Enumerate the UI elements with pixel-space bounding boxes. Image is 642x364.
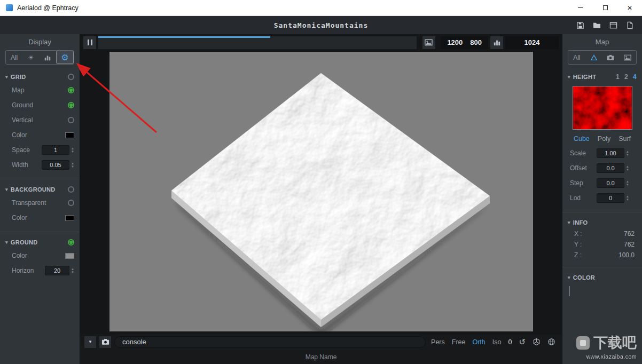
screenshot-button[interactable]	[99, 336, 111, 348]
grid-vertical-label: Vertical	[12, 116, 68, 124]
projection-orth[interactable]: Orth	[472, 338, 485, 346]
step-down-icon: ▼	[71, 165, 74, 168]
display-all-button[interactable]: All	[6, 51, 22, 64]
gear-icon: ⚙	[61, 52, 68, 62]
render-image-button[interactable]	[422, 36, 435, 49]
grid-space-stepper[interactable]: ▲ ▼	[71, 147, 74, 153]
info-section: ▾ INFO X : 762 Y : 762 Z : 100.0	[562, 212, 642, 265]
render-progress-fill	[98, 36, 270, 38]
color-section: ▾ COLOR	[562, 267, 642, 300]
window-layout-button[interactable]	[609, 21, 618, 30]
display-histogram-button[interactable]	[40, 51, 56, 64]
ground-color-label: Color	[12, 252, 65, 259]
image-icon	[425, 38, 433, 46]
map-color-swatch[interactable]	[569, 286, 570, 296]
minimize-button[interactable]	[568, 0, 593, 15]
viewport[interactable]	[80, 51, 562, 334]
step-stepper[interactable]: ▲ ▼	[626, 180, 629, 186]
grid-map-radio[interactable]	[68, 87, 74, 93]
document-title: SantaMonicaMountains	[0, 21, 642, 29]
projection-free[interactable]: Free	[452, 338, 466, 346]
height-level-selector: 1 2 4	[616, 73, 637, 81]
render-progress-bar[interactable]	[98, 36, 417, 49]
viewport-toolbar: 1200 800 1024	[80, 34, 562, 51]
step-input[interactable]	[597, 178, 624, 188]
display-filter-toolbar: All ☀ ⚙	[5, 50, 74, 65]
background-color-swatch[interactable]	[65, 215, 74, 221]
background-color-label: Color	[12, 214, 65, 221]
tab-surf[interactable]: Surf	[618, 135, 631, 143]
map-camera-button[interactable]	[602, 51, 620, 64]
ground-section-title: GROUND	[11, 239, 38, 246]
console-dropdown-button[interactable]: ▼	[84, 336, 96, 348]
background-transparent-row: Transparent	[0, 195, 80, 210]
background-section: ▾ BACKGROUND Transparent Color	[0, 179, 80, 230]
save-button[interactable]	[576, 21, 585, 30]
height-level-2[interactable]: 2	[624, 73, 628, 81]
close-button[interactable]: ✕	[617, 0, 642, 15]
lod-input[interactable]	[597, 193, 624, 203]
height-section-header: ▾ HEIGHT 1 2 4	[562, 71, 642, 83]
dropdown-icon: ▼	[88, 339, 92, 344]
display-light-button[interactable]: ☀	[22, 51, 39, 64]
new-file-button[interactable]	[625, 21, 635, 30]
offset-stepper[interactable]: ▲ ▼	[626, 165, 629, 171]
grid-vertical-radio[interactable]	[68, 117, 74, 123]
scale-stepper[interactable]: ▲ ▼	[626, 150, 629, 156]
map-image-button[interactable]	[619, 51, 636, 64]
grid-enable-radio[interactable]	[68, 74, 74, 80]
grid-ground-radio[interactable]	[68, 102, 74, 108]
open-button[interactable]	[592, 21, 601, 30]
map-mesh-button[interactable]	[585, 51, 602, 64]
grid-space-input[interactable]	[42, 145, 69, 155]
display-settings-button[interactable]: ⚙	[56, 51, 74, 64]
ground-horizon-stepper[interactable]: ▲ ▼	[71, 267, 74, 274]
grid-space-row: Space ▲ ▼	[0, 143, 80, 157]
lod-label: Lod	[570, 194, 597, 202]
tab-poly[interactable]: Poly	[598, 135, 610, 143]
heightmap-thumbnail[interactable]	[562, 86, 642, 130]
height-level-4[interactable]: 4	[633, 73, 637, 81]
maximize-button[interactable]	[593, 0, 617, 15]
ground-color-swatch[interactable]	[65, 253, 74, 259]
console-input[interactable]	[114, 336, 426, 348]
projection-iso[interactable]: Iso	[492, 338, 502, 346]
new-file-icon	[626, 21, 634, 29]
texture-size-field[interactable]: 1024	[505, 36, 559, 49]
projection-pers[interactable]: Pers	[431, 338, 445, 346]
display-panel: Display All ☀ ⚙ ▾ GRID Map	[0, 34, 80, 364]
background-transparent-radio[interactable]	[68, 200, 74, 206]
step-row: Step ▲ ▼	[562, 176, 642, 191]
grid-color-swatch[interactable]	[65, 132, 74, 138]
caret-down-icon: ▾	[568, 74, 570, 80]
offset-label: Offset	[570, 164, 597, 172]
height-level-1[interactable]: 1	[616, 73, 620, 81]
ground-section: ▾ GROUND Color Horizon ▲ ▼	[0, 232, 80, 282]
ground-horizon-input[interactable]	[45, 266, 69, 275]
texture-histogram-button[interactable]	[490, 36, 503, 49]
reset-view-button[interactable]: ↺	[519, 338, 526, 346]
grid-width-input[interactable]	[42, 160, 69, 170]
background-enable-radio[interactable]	[68, 186, 74, 193]
camera-icon	[101, 338, 109, 346]
axis-view-button[interactable]	[533, 338, 541, 346]
grid-width-label: Width	[12, 161, 42, 169]
grid-section: ▾ GRID Map Ground Vertical	[0, 69, 80, 177]
map-all-button[interactable]: All	[568, 51, 585, 64]
offset-input[interactable]	[597, 163, 624, 173]
window-title: Aerialod @ Ephtracy	[17, 4, 79, 12]
render-resolution-field[interactable]: 1200 800	[441, 36, 488, 49]
render-area[interactable]	[109, 52, 533, 331]
tab-cube[interactable]: Cube	[574, 135, 590, 143]
geometry-mode-tabs: Cube Poly Surf	[562, 132, 642, 146]
lod-stepper[interactable]: ▲ ▼	[626, 195, 629, 201]
grid-width-stepper[interactable]: ▲ ▼	[71, 162, 74, 168]
camera-icon	[607, 54, 614, 61]
ground-enable-radio[interactable]	[68, 239, 74, 246]
pause-button[interactable]	[83, 36, 96, 49]
info-section-header: ▾ INFO	[562, 217, 642, 228]
step-label: Step	[570, 179, 597, 187]
scale-input[interactable]	[597, 148, 624, 158]
environment-button[interactable]	[547, 338, 555, 346]
map-panel-title: Map	[562, 34, 642, 50]
